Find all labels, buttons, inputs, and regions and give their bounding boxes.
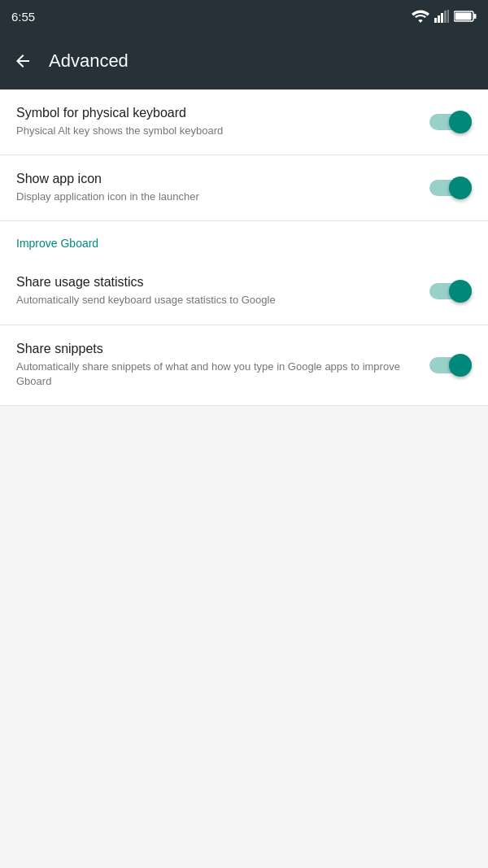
setting-text-share-snippets: Share snippets Automatically share snipp…	[16, 342, 429, 389]
setting-subtitle-show-app-icon: Display application icon in the launcher	[16, 190, 416, 204]
setting-subtitle-usage-statistics: Automatically send keyboard usage statis…	[16, 293, 416, 308]
svg-rect-3	[444, 11, 447, 23]
toggle-usage-statistics[interactable]	[429, 280, 472, 303]
setting-row-symbol-keyboard[interactable]: Symbol for physical keyboard Physical Al…	[0, 89, 488, 155]
setting-row-share-snippets[interactable]: Share snippets Automatically share snipp…	[0, 325, 488, 406]
setting-title-usage-statistics: Share usage statistics	[16, 275, 416, 290]
app-bar: Advanced	[0, 33, 488, 89]
toggle-thumb-usage-statistics	[449, 280, 472, 303]
settings-content: Symbol for physical keyboard Physical Al…	[0, 89, 488, 406]
setting-text-show-app-icon: Show app icon Display application icon i…	[16, 172, 429, 204]
toggle-thumb-symbol-keyboard	[449, 111, 472, 133]
status-bar: 6:55	[0, 0, 488, 33]
svg-rect-0	[434, 18, 437, 23]
setting-text-usage-statistics: Share usage statistics Automatically sen…	[16, 275, 429, 308]
wifi-icon	[412, 10, 429, 23]
setting-text-symbol-keyboard: Symbol for physical keyboard Physical Al…	[16, 106, 429, 138]
toggle-show-app-icon[interactable]	[429, 177, 472, 199]
page-title: Advanced	[49, 50, 129, 72]
signal-icon	[434, 10, 449, 23]
status-time: 6:55	[11, 10, 35, 24]
toggle-share-snippets[interactable]	[429, 354, 472, 377]
svg-rect-2	[441, 13, 443, 23]
setting-title-show-app-icon: Show app icon	[16, 172, 416, 186]
status-icons	[412, 10, 477, 23]
section-header-label: Improve Gboard	[16, 237, 98, 250]
battery-icon	[454, 11, 477, 22]
section-header-improve-gboard: Improve Gboard	[0, 221, 488, 259]
toggle-thumb-share-snippets	[449, 354, 472, 377]
svg-rect-1	[438, 15, 440, 23]
back-button[interactable]	[13, 51, 33, 71]
svg-rect-4	[447, 10, 449, 23]
setting-row-show-app-icon[interactable]: Show app icon Display application icon i…	[0, 155, 488, 221]
toggle-thumb-show-app-icon	[449, 177, 472, 199]
toggle-symbol-keyboard[interactable]	[429, 111, 472, 133]
svg-rect-7	[455, 13, 472, 20]
setting-subtitle-share-snippets: Automatically share snippets of what and…	[16, 360, 416, 389]
setting-title-share-snippets: Share snippets	[16, 342, 416, 356]
setting-row-usage-statistics[interactable]: Share usage statistics Automatically sen…	[0, 259, 488, 325]
setting-subtitle-symbol-keyboard: Physical Alt key shows the symbol keyboa…	[16, 124, 416, 138]
setting-title-symbol-keyboard: Symbol for physical keyboard	[16, 106, 416, 120]
svg-rect-6	[474, 14, 477, 19]
